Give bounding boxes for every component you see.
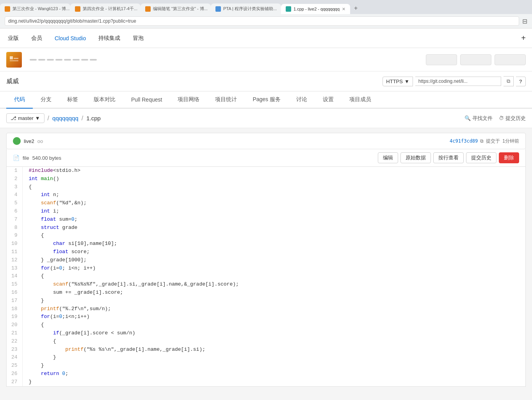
line-code-23: printf("%s %s\n",_grade[i].name,_grade[i… [22, 346, 525, 354]
line-number-22: 22 [7, 338, 22, 346]
tab-diff[interactable]: 版本对比 [86, 91, 123, 109]
file-type-icon: 📄 [13, 155, 20, 161]
search-file-label: 寻找文件 [472, 115, 493, 122]
tab-favicon-4 [215, 6, 221, 12]
line-code-25: } [22, 362, 525, 370]
line-number-4: 4 [7, 191, 22, 199]
search-file-button[interactable]: 🔍 寻找文件 [464, 115, 493, 122]
line-number-14: 14 [7, 272, 22, 280]
nav-jicheng[interactable]: 持续集成 [97, 35, 122, 42]
nav-huiyuan[interactable]: 会员 [30, 35, 44, 42]
banner-btn-3[interactable] [495, 54, 526, 65]
tab-network[interactable]: 项目网络 [170, 91, 207, 109]
code-line-2: 2int main() [7, 175, 525, 183]
new-tab-button[interactable]: + [350, 2, 361, 14]
nav-maopao[interactable]: 冒泡 [131, 35, 145, 42]
line-number-5: 5 [7, 199, 22, 207]
svg-rect-2 [10, 60, 18, 61]
file-meta-row: 📄 file 540.00 bytes 编辑 原始数据 按行查看 提交历史 删除 [6, 149, 526, 167]
code-line-18: 18 printf("%.2f\n",sum/n); [7, 305, 525, 313]
dot-7 [81, 59, 88, 61]
line-code-14: { [22, 272, 525, 280]
svg-rect-0 [10, 56, 13, 59]
code-line-21: 21 if(_grade[i].score < sum/n) [7, 329, 525, 338]
tab-stats[interactable]: 项目统计 [207, 91, 245, 109]
tab-pr[interactable]: Pull Request [123, 92, 170, 108]
dot-1 [30, 59, 37, 61]
line-number-2: 2 [7, 175, 22, 183]
code-line-10: 10 char si[10],name[10]; [7, 240, 525, 248]
tab-2[interactable]: 第四次作业 - 计算机17-4千... [70, 4, 141, 14]
banner-btn-1[interactable] [426, 54, 457, 65]
commit-copy-icon[interactable]: ⧉ [480, 138, 484, 144]
code-line-17: 17 } [7, 297, 525, 305]
code-line-24: 24 } [7, 354, 525, 362]
line-code-16: sum += _grade[i].score; [22, 289, 525, 297]
code-line-9: 9 { [7, 232, 525, 240]
commit-avatar [13, 137, 21, 145]
tab-5-active[interactable]: 1.cpp - live2 - qqqqqqqq ✕ [281, 4, 350, 14]
branch-name: master [18, 115, 34, 121]
tab-members[interactable]: 项目成员 [342, 91, 379, 109]
code-line-15: 15 scanf("%s%s%f",_grade[i].si,_grade[i]… [7, 280, 525, 289]
branch-dropdown-icon: ▼ [35, 115, 40, 121]
add-button[interactable]: + [521, 34, 526, 43]
dot-5 [64, 59, 71, 61]
delete-button[interactable]: 删除 [499, 152, 519, 163]
address-input[interactable]: ding.net/u/live2/p/qqqqqqqq/git/blob/mas… [5, 16, 519, 26]
path-separator-1: / [48, 115, 49, 122]
tab-code[interactable]: 代码 [6, 91, 33, 109]
dot-3 [47, 59, 54, 61]
https-select[interactable]: HTTPS ▼ [383, 77, 413, 86]
edit-button[interactable]: 编辑 [378, 152, 398, 163]
dot-2 [38, 59, 45, 61]
expand-icon[interactable]: ⊟ [522, 18, 527, 25]
tab-3[interactable]: 编辑随笔 "第三次作业" - 博... [141, 4, 211, 14]
line-code-11: float score; [22, 248, 525, 256]
nav-yiban[interactable]: 业版 [6, 35, 20, 42]
line-code-27: } [22, 378, 525, 386]
line-number-24: 24 [7, 354, 22, 362]
line-number-26: 26 [7, 370, 22, 378]
commit-hash-value[interactable]: 4c91f3cd89 [450, 138, 478, 144]
tab-favicon-2 [75, 6, 80, 12]
line-number-19: 19 [7, 313, 22, 321]
banner-btn-2[interactable] [460, 54, 491, 65]
https-help-button[interactable]: ? [516, 77, 526, 86]
https-badge: HTTPS ▼ https://git.coding.net/li... ⧉ ? [383, 76, 526, 86]
commit-time: 1分钟前 [502, 138, 519, 145]
code-table: 1#include<stdio.h>2int main()3{4 int n;5… [7, 167, 525, 386]
copy-icon: ⧉ [507, 78, 510, 84]
line-code-13: for(i=0; i<n; i++) [22, 264, 525, 273]
line-code-20: { [22, 321, 525, 329]
line-view-button[interactable]: 按行查看 [433, 152, 464, 163]
help-icon: ? [519, 79, 522, 84]
submit-history-button[interactable]: 提交历史 [466, 152, 496, 163]
tab-4[interactable]: PTA | 程序设计类实验辅助... [211, 4, 281, 14]
code-line-22: 22 { [7, 338, 525, 346]
code-line-1: 1#include<stdio.h> [7, 167, 525, 175]
code-line-19: 19 for(i=0;i<n;i++) [7, 313, 525, 321]
raw-data-button[interactable]: 原始数据 [400, 152, 431, 163]
tab-favicon-5 [286, 6, 291, 12]
banner-avatar [6, 52, 22, 68]
commit-history-link[interactable]: ⏱ 提交历史 [499, 115, 526, 122]
tab-tags[interactable]: 标签 [59, 91, 86, 109]
repo-link[interactable]: qqqqqqqq [52, 115, 78, 121]
https-copy-button[interactable]: ⧉ [504, 76, 514, 86]
code-line-5: 5 scanf("%d",&n); [7, 199, 525, 207]
branch-icon: ⎇ [11, 115, 16, 121]
tab-discuss[interactable]: 讨论 [288, 91, 315, 109]
line-number-13: 13 [7, 264, 22, 273]
tab-1[interactable]: 第三次作业 - Wangli123 - 博... [0, 4, 70, 14]
code-line-11: 11 float score; [7, 248, 525, 256]
tab-pages[interactable]: Pages 服务 [245, 91, 288, 109]
branch-selector[interactable]: ⎇ master ▼ [6, 113, 44, 123]
tab-branch[interactable]: 分支 [33, 91, 59, 109]
nav-cloudstudio[interactable]: Cloud Studio [53, 35, 87, 41]
tab-close-5[interactable]: ✕ [342, 7, 345, 12]
code-line-4: 4 int n; [7, 191, 525, 199]
line-number-17: 17 [7, 297, 22, 305]
tab-settings[interactable]: 设置 [315, 91, 342, 109]
line-code-8: struct grade [22, 224, 525, 232]
